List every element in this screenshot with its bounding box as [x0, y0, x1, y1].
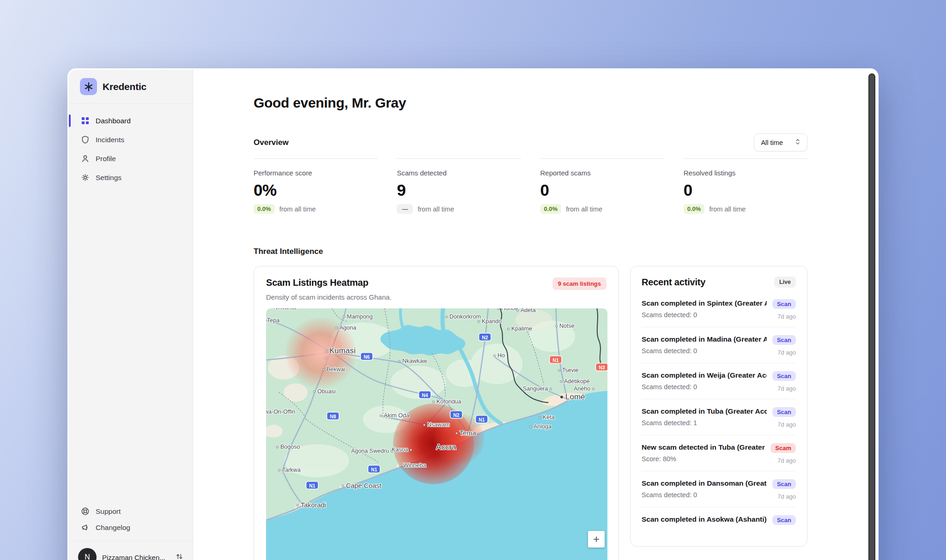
activity-item-title: New scam detected in Tuba (Greater ...	[642, 443, 765, 452]
lifebuoy-icon	[81, 507, 90, 516]
sort-arrows-icon	[176, 553, 183, 560]
activity-item-time: 7d ago	[777, 493, 796, 500]
map-city-label: Nsawam	[423, 422, 450, 428]
ghana-map-svg	[266, 308, 607, 560]
map-city-label: Koforidua	[432, 398, 461, 405]
sidebar-item-incidents[interactable]: Incidents	[75, 131, 186, 148]
delta-badge: 0.0%	[254, 204, 275, 214]
activity-title: Recent activity	[642, 277, 705, 288]
activity-item-title: Scan completed in Tuba (Greater Acc...	[642, 407, 767, 415]
activity-item: Scan completed in Tuba (Greater Acc...Sc…	[642, 399, 796, 435]
activity-item: Scan completed in Dansoman (Greate...Sca…	[642, 471, 796, 507]
live-badge: Live	[774, 277, 796, 288]
map-city-label: Akim Oda	[380, 412, 409, 419]
map-city-label: Bekwai	[322, 366, 345, 373]
activity-item: Scan completed in Madina (Greater A...Sc…	[642, 327, 796, 363]
user-menu[interactable]: N Pizzaman Chicken...	[69, 541, 193, 560]
delta-badge: 0.0%	[684, 204, 705, 214]
map-city-label: Kasoa	[392, 446, 412, 453]
map-city-label: Mampong	[343, 313, 373, 320]
map-city-label: Lomé	[560, 392, 585, 402]
time-filter-select[interactable]: All time	[754, 133, 807, 151]
stat-resolved-listings: Resolved listings 0 0.0%from all time	[684, 158, 807, 214]
activity-item-title: Scan completed in Madina (Greater A...	[642, 335, 767, 343]
activity-type-badge: Scan	[772, 479, 796, 489]
brand: Kredentic	[69, 70, 193, 104]
sidebar: Kredentic Dashboard Incidents	[69, 70, 193, 560]
map-city-label: Tarkwa	[278, 467, 301, 473]
sidebar-item-dashboard[interactable]: Dashboard	[75, 112, 186, 129]
map-city-label: Bogoso	[276, 444, 300, 450]
dashboard-icon	[81, 116, 90, 125]
map-city-label: Obuasi	[313, 388, 336, 395]
sidebar-item-label: Changelog	[96, 524, 130, 532]
activity-type-badge: Scan	[772, 407, 796, 417]
page-greeting: Good evening, Mr. Gray	[254, 95, 807, 111]
user-icon	[81, 154, 90, 163]
map-city-label: Donkorkrom	[445, 313, 481, 320]
road-shield: N4	[419, 391, 431, 398]
megaphone-icon	[81, 523, 90, 532]
map-city-label: Tema	[455, 429, 476, 437]
map-city-label: Nkawkaw	[398, 358, 427, 364]
map-city-label: Kpalime	[507, 325, 532, 332]
sidebar-item-support[interactable]: Support	[75, 503, 186, 519]
kredentic-logo-icon	[80, 78, 97, 95]
activity-item-time: 7d ago	[777, 421, 796, 428]
map-city-label: wa-On-Offin	[266, 409, 295, 415]
gear-icon	[81, 173, 90, 182]
heatmap-subtitle: Density of scam incidents across Ghana.	[266, 293, 606, 301]
road-shield: N6	[361, 353, 372, 360]
scrollbar-thumb[interactable]	[868, 73, 875, 560]
sidebar-item-profile[interactable]: Profile	[75, 150, 186, 167]
map-city-label: Agona	[335, 325, 356, 331]
activity-item-title: Scan completed in Weija (Greater Acc...	[642, 371, 767, 379]
activity-type-badge: Scam	[770, 443, 796, 453]
map-city-label: Kpando	[478, 318, 502, 325]
road-shield: N2	[450, 411, 462, 418]
map-city-label: Kumasi	[325, 346, 356, 355]
main-content: Good evening, Mr. Gray Overview All time…	[193, 70, 877, 560]
heatmap-title: Scam Listings Heatmap	[266, 277, 368, 288]
time-filter-value: All time	[761, 139, 783, 146]
sidebar-item-changelog[interactable]: Changelog	[75, 519, 186, 536]
threat-intelligence-title: Threat Intelligence	[254, 247, 807, 256]
activity-item-subtitle: Scams detected: 0	[642, 383, 767, 391]
map-city-label: Sanguera	[523, 385, 552, 392]
map-city-label: Winneba	[399, 462, 426, 469]
sidebar-item-label: Support	[96, 507, 121, 516]
map-city-label: Keta	[539, 414, 555, 421]
activity-type-badge: Scan	[772, 371, 796, 381]
map-city-label: Agona Swedru	[351, 448, 393, 454]
activity-item-subtitle: Scams detected: 1	[642, 419, 767, 427]
road-shield: N1	[550, 356, 561, 363]
map-city-label: Tsevie	[558, 367, 578, 373]
map-zoom-in-button[interactable]: +	[588, 531, 605, 548]
activity-item: New scam detected in Tuba (Greater ...Sc…	[642, 435, 796, 471]
ghana-heatmap[interactable]: NkwantaTepaMampongAgonaKumasiBekwaiObuas…	[266, 308, 607, 560]
activity-item-title: Scan completed in Asokwa (Ashanti)	[642, 515, 767, 524]
app-window: Kredentic Dashboard Incidents	[67, 68, 879, 560]
activity-type-badge: Scan	[772, 515, 796, 525]
activity-list: Scan completed in Spintex (Greater A...S…	[642, 291, 796, 536]
sidebar-footer: Support Changelog N Pizzaman Chicken...	[69, 503, 193, 560]
delta-badge: —	[397, 204, 413, 214]
map-city-label: Adétikopé	[560, 378, 590, 385]
map-city-label: Nkwanta	[273, 308, 296, 311]
sidebar-item-label: Profile	[96, 155, 116, 163]
road-shield: N8	[327, 413, 339, 420]
delta-badge: 0.0%	[540, 204, 562, 214]
sidebar-nav: Dashboard Incidents Profile	[69, 104, 193, 186]
activity-item: Scan completed in Weija (Greater Acc...S…	[642, 363, 796, 399]
stats-grid: Performance score 0% 0.0%from all time S…	[254, 158, 807, 214]
activity-item-time: 7d ago	[777, 385, 796, 392]
sidebar-item-settings[interactable]: Settings	[75, 169, 186, 186]
avatar: N	[78, 548, 97, 560]
user-name: Pizzaman Chicken...	[102, 554, 170, 560]
sidebar-item-label: Incidents	[96, 136, 124, 144]
map-city-label: Accra	[436, 443, 456, 452]
activity-item: Scan completed in Spintex (Greater A...S…	[642, 291, 796, 327]
stat-reported-scams: Reported scams 0 0.0%from all time	[540, 158, 664, 214]
activity-type-badge: Scan	[772, 335, 796, 345]
map-city-label: Ho	[493, 352, 505, 359]
